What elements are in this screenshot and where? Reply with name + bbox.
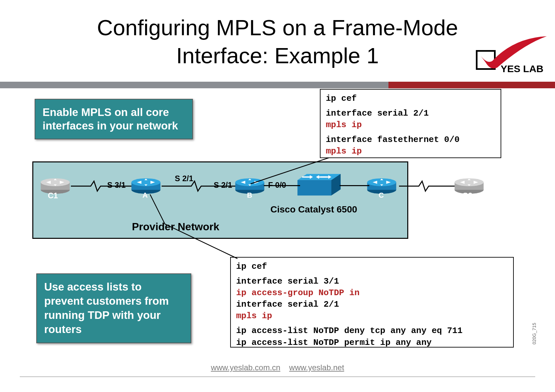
code2-line1: ip cef	[236, 261, 508, 272]
code2-line4: interface serial 2/1	[236, 299, 508, 310]
router-c2-label: C2	[462, 191, 473, 200]
link-switch-c	[340, 185, 369, 186]
info-box-access-lists: Use access lists to prevent customers fr…	[36, 273, 191, 343]
code2-line3: ip access-group NoTDP in	[236, 287, 508, 299]
code2-line7: ip access-list NoTDP permit ip any any	[236, 337, 508, 349]
logo-text: YES LAB	[501, 63, 543, 74]
code2-line6: ip access-list NoTDP deny tcp any any eq…	[236, 325, 508, 337]
router-c1-label: C1	[48, 191, 58, 200]
code1-line1: ip cef	[326, 93, 495, 104]
slide: Configuring MPLS on a Frame-Mode Interfa…	[0, 0, 555, 392]
intf-b-s21-label: S 2/1	[214, 181, 232, 190]
link-c-c2	[399, 180, 455, 193]
router-c-label: C	[379, 191, 384, 200]
catalyst-label: Cisco Catalyst 6500	[270, 204, 357, 215]
footer-link-2[interactable]: www.yeslab.net	[289, 363, 344, 372]
footer: www.yeslab.com.cn www.yeslab.net	[0, 363, 555, 372]
callout-code2-to-a	[145, 194, 254, 260]
intf-a-s21-label: S 2/1	[175, 174, 193, 183]
code1-line5: mpls ip	[326, 146, 495, 157]
code2-line5: mpls ip	[236, 310, 508, 322]
info-box-enable-mpls: Enable MPLS on all core interfaces in yo…	[35, 99, 193, 139]
code-box-router-a: ip cef interface serial 3/1 ip access-gr…	[230, 257, 514, 348]
code-box-router-b: ip cef interface serial 2/1 mpls ip inte…	[320, 89, 501, 158]
callout-code1-to-b	[231, 157, 340, 185]
code1-line3: mpls ip	[326, 119, 495, 131]
title-line-1: Configuring MPLS on a Frame-Mode	[97, 15, 458, 40]
slide-id: 020G_715	[532, 323, 537, 344]
yeslab-logo: YES LAB	[454, 40, 547, 79]
code1-line4: interface fastethernet 0/0	[326, 134, 495, 146]
top-accent-bar	[0, 82, 555, 88]
footer-divider	[20, 376, 535, 377]
footer-link-1[interactable]: www.yeslab.com.cn	[211, 363, 280, 372]
intf-s31-label: S 3/1	[107, 181, 126, 190]
code2-line2: interface serial 3/1	[236, 276, 508, 287]
code1-line2: interface serial 2/1	[326, 108, 495, 119]
